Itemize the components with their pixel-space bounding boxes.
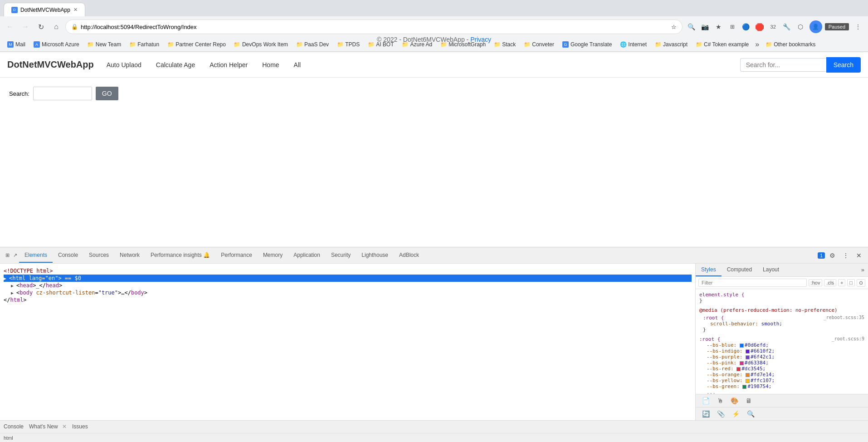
tab-title: DotNetMVCWebApp	[20, 7, 70, 13]
nav-search-button[interactable]: Search	[826, 57, 861, 73]
search-form-row: Search: GO	[9, 87, 859, 100]
tab-favicon: D	[11, 7, 18, 13]
devtools-panel: ⊞ ↗ Elements Console Sources Network Per…	[0, 247, 868, 247]
nav-search-form: Search	[740, 57, 861, 73]
footer-privacy-link[interactable]: Privacy	[470, 36, 491, 43]
app-container: DotNetMVCWebApp Auto Uplaod Calculate Ag…	[0, 52, 868, 247]
search-label: Search:	[9, 90, 29, 97]
nav-all[interactable]: All	[288, 58, 307, 72]
nav-action-helper[interactable]: Action Helper	[204, 58, 253, 72]
nav-calculate-age[interactable]: Calculate Age	[151, 58, 200, 72]
search-text-input[interactable]	[33, 87, 92, 100]
main-content: Search: GO	[0, 78, 868, 117]
nav-links: Auto Uplaod Calculate Age Action Helper …	[101, 58, 306, 72]
go-button[interactable]: GO	[96, 87, 118, 100]
tab-close-button[interactable]: ✕	[73, 7, 78, 13]
browser-tabs: D DotNetMVCWebApp ✕	[0, 0, 868, 16]
active-tab[interactable]: D DotNetMVCWebApp ✕	[4, 3, 85, 16]
app-footer: © 2022 - DotNet6MVCWebApp - Privacy	[0, 27, 868, 52]
footer-text: © 2022 - DotNet6MVCWebApp -	[377, 36, 468, 43]
app-brand[interactable]: DotNetMVCWebApp	[7, 59, 94, 70]
nav-home[interactable]: Home	[257, 58, 284, 72]
nav-auto-upload[interactable]: Auto Uplaod	[101, 58, 147, 72]
nav-search-input[interactable]	[740, 58, 826, 72]
app-navbar: DotNetMVCWebApp Auto Uplaod Calculate Ag…	[0, 52, 868, 78]
